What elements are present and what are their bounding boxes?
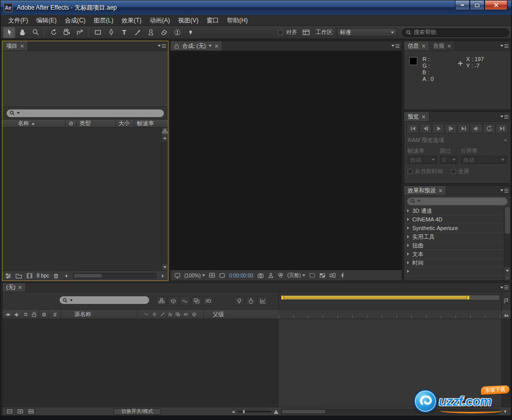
- source-name-column-header[interactable]: 源名称: [61, 310, 137, 319]
- new-folder-button[interactable]: [15, 272, 22, 279]
- project-search-input[interactable]: [7, 109, 164, 117]
- hscroll-right-button[interactable]: [160, 273, 166, 279]
- fast-preview-button[interactable]: [339, 272, 345, 279]
- last-frame-button[interactable]: [458, 124, 470, 133]
- play-button[interactable]: [432, 124, 444, 133]
- scroll-thumb[interactable]: [282, 410, 325, 413]
- work-area-start-handle[interactable]: [281, 295, 284, 300]
- parent-column-header[interactable]: 父级: [204, 310, 278, 319]
- workspace-dropdown[interactable]: 标准: [337, 28, 397, 37]
- roto-brush-tool-button[interactable]: [171, 27, 183, 38]
- tab-info[interactable]: 信息: [404, 41, 430, 50]
- column-header-type[interactable]: 类型: [77, 120, 116, 127]
- color-depth-button[interactable]: 8 bpc: [37, 273, 49, 278]
- audio-toggle-button[interactable]: [470, 124, 482, 133]
- column-header-label[interactable]: [66, 120, 77, 127]
- project-hscrollbar[interactable]: [73, 273, 156, 278]
- pen-tool-button[interactable]: [105, 27, 117, 38]
- column-header-size[interactable]: 大小: [116, 120, 135, 127]
- camera-tool-button[interactable]: [61, 27, 73, 38]
- solo-icon[interactable]: [23, 312, 29, 317]
- tab-effects-presets[interactable]: 效果和预设: [404, 186, 446, 195]
- workspace-button[interactable]: [300, 27, 312, 38]
- frame-blend-button[interactable]: [191, 296, 202, 305]
- motion-blur-button[interactable]: [203, 296, 213, 305]
- composition-viewer[interactable]: [170, 51, 402, 270]
- previous-frame-button[interactable]: [419, 124, 432, 133]
- show-snapshot-button[interactable]: [268, 272, 274, 278]
- eraser-tool-button[interactable]: [158, 27, 170, 38]
- label-column-header[interactable]: [39, 310, 49, 319]
- toggle-switches-modes-button[interactable]: 切换开关/模式: [113, 408, 161, 415]
- draft-3d-button[interactable]: [168, 296, 178, 305]
- brainstorm-button[interactable]: [234, 296, 244, 305]
- tab-audio[interactable]: 音频: [430, 41, 455, 50]
- minimize-button[interactable]: [455, 1, 470, 10]
- maximize-button[interactable]: [470, 1, 485, 10]
- framerate-dropdown[interactable]: 自动: [408, 156, 437, 164]
- scroll-thumb[interactable]: [74, 274, 102, 277]
- index-column-header[interactable]: #: [49, 310, 61, 319]
- resolution-dropdown[interactable]: (完整): [288, 272, 306, 279]
- effects-category-partial[interactable]: [404, 267, 504, 276]
- work-area-bar[interactable]: [281, 296, 467, 299]
- current-time-display[interactable]: 0:00:00:00: [229, 273, 253, 278]
- ram-options-dropdown[interactable]: RAM 预览选项: [408, 136, 507, 145]
- snapshot-button[interactable]: [257, 272, 264, 278]
- expand-inout-pane-button[interactable]: [26, 408, 35, 415]
- from-current-time-checkbox[interactable]: [408, 169, 413, 174]
- menu-effect[interactable]: 效果(T): [118, 15, 146, 26]
- lock-icon[interactable]: [32, 312, 37, 317]
- effects-category-cinema4d[interactable]: CINEMA 4D: [404, 215, 504, 224]
- hand-tool-button[interactable]: [16, 27, 29, 38]
- puppet-pin-tool-button[interactable]: [184, 27, 196, 38]
- column-header-name[interactable]: 名称: [3, 120, 66, 127]
- menu-edit[interactable]: 编辑(E): [32, 15, 61, 26]
- scroll-up-button[interactable]: [162, 135, 168, 141]
- loop-button[interactable]: [483, 124, 495, 133]
- close-button[interactable]: [485, 1, 507, 10]
- zoom-in-icon[interactable]: [273, 409, 279, 414]
- tab-project[interactable]: 项目: [3, 41, 28, 50]
- close-icon[interactable]: [20, 44, 24, 48]
- shape-tool-button[interactable]: [92, 27, 104, 38]
- channels-button[interactable]: [277, 272, 284, 278]
- work-area-track[interactable]: [280, 295, 500, 300]
- delete-button[interactable]: [52, 272, 60, 279]
- first-frame-button[interactable]: [407, 124, 419, 133]
- effects-category-time[interactable]: 时间: [404, 259, 504, 267]
- composition-panel-menu-button[interactable]: [389, 41, 402, 50]
- hide-shy-layers-button[interactable]: [180, 296, 190, 305]
- text-tool-button[interactable]: T: [118, 27, 130, 38]
- zoom-out-icon[interactable]: [232, 409, 236, 413]
- close-icon[interactable]: [422, 44, 425, 48]
- help-search-input[interactable]: 搜索帮助: [402, 29, 509, 37]
- pan-behind-tool-button[interactable]: [74, 27, 86, 38]
- tab-timeline[interactable]: (无): [3, 283, 26, 292]
- effects-panel-menu-button[interactable]: [498, 186, 510, 195]
- always-preview-button[interactable]: [174, 272, 181, 279]
- next-frame-button[interactable]: [445, 124, 457, 133]
- brush-tool-button[interactable]: [131, 27, 144, 38]
- menu-layer[interactable]: 图层(L): [90, 15, 118, 26]
- effects-category-3d-channel[interactable]: 3D 通道: [404, 207, 504, 215]
- timeline-panel-menu-button[interactable]: [498, 283, 510, 292]
- effects-category-distort[interactable]: 扭曲: [404, 241, 504, 250]
- effects-scrollbar[interactable]: [504, 207, 510, 281]
- layer-list-area[interactable]: [3, 319, 278, 407]
- tab-composition[interactable]: 合成: (无): [170, 41, 222, 50]
- chevron-down-icon[interactable]: [209, 45, 212, 47]
- effects-search-input[interactable]: [407, 198, 507, 205]
- preview-panel-menu-button[interactable]: [498, 112, 510, 121]
- project-list-area[interactable]: [3, 128, 161, 270]
- magnification-dropdown[interactable]: (100%): [184, 273, 205, 278]
- menu-help[interactable]: 帮助(H): [223, 15, 252, 26]
- project-flowchart-button[interactable]: [162, 128, 168, 135]
- effects-category-synthetic-aperture[interactable]: Synthetic Aperture: [404, 224, 504, 233]
- scroll-track[interactable]: [162, 141, 168, 264]
- work-area-end-handle[interactable]: [467, 295, 470, 300]
- panel-resize-grip[interactable]: [504, 274, 510, 281]
- zoom-tool-button[interactable]: [30, 27, 42, 38]
- comp-marker-bin-button[interactable]: [501, 292, 510, 310]
- switches-column-header[interactable]: fx: [137, 310, 204, 319]
